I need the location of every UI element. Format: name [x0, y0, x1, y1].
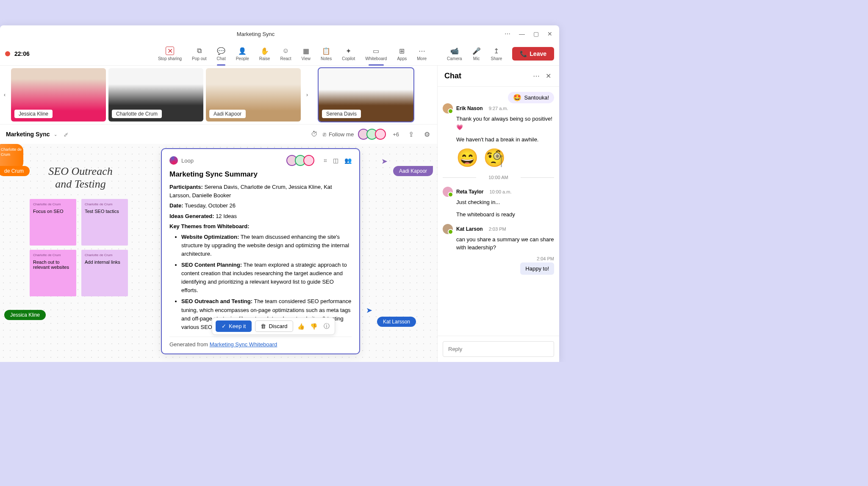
discard-button[interactable]: 🗑 Discard — [255, 320, 293, 332]
share-people-icon[interactable]: 👥 — [344, 157, 352, 164]
info-icon[interactable]: ⓘ — [322, 322, 331, 331]
minimize-icon[interactable]: — — [519, 30, 525, 37]
keep-button[interactable]: ✓ Keep it — [216, 320, 252, 332]
source-link[interactable]: Marketing Sync Whiteboard — [210, 341, 277, 348]
chat-close-icon[interactable]: ✕ — [544, 72, 552, 80]
sticky-note[interactable]: Charlotte de Crum Focus on SEO — [30, 199, 76, 246]
title-bar: Marketing Sync ⋯ — ▢ ✕ — [0, 25, 559, 42]
window-title: Marketing Sync — [7, 31, 505, 37]
cursor-icon: ➤ — [381, 157, 388, 166]
reply-box — [438, 336, 559, 362]
avatar — [443, 224, 453, 234]
sticky-note[interactable]: Charlotte de Crum Reach out to relevant … — [30, 250, 76, 296]
monocle-emoji-icon[interactable]: 🧐 — [483, 147, 505, 168]
tag-icon[interactable]: ⬰ — [61, 130, 70, 138]
leave-button[interactable]: 📞 Leave — [512, 47, 554, 61]
screen-icon: ⎚ — [323, 131, 326, 138]
video-tile-active[interactable]: Serena Davis — [319, 68, 413, 122]
mic-button[interactable]: 🎤 Mic — [468, 45, 485, 63]
raise-hand-icon: ✋ — [261, 47, 269, 55]
laugh-emoji-icon[interactable]: 😄 — [456, 147, 478, 168]
thumbs-down-icon[interactable]: 👎 — [309, 322, 319, 331]
people-icon: 👤 — [238, 47, 247, 55]
people-button[interactable]: 👤 People — [232, 45, 253, 63]
chat-panel: Chat ⋯ ✕ 🤩 Santouka! Erik Nason 9:27 a.m… — [437, 66, 559, 362]
chat-icon: 💬 — [217, 47, 225, 55]
loop-title: Marketing Sync Summary — [169, 170, 352, 179]
follow-me-button[interactable]: ⎚ Follow me — [323, 131, 354, 138]
video-tile[interactable]: Jessica Kline — [11, 68, 106, 122]
share-icon: ↥ — [492, 47, 501, 55]
themes-list: Website Optimization: The team discussed… — [181, 233, 352, 332]
video-tile[interactable]: Charlotte de Crum — [108, 68, 203, 122]
more-count[interactable]: +6 — [393, 131, 399, 138]
avatar — [375, 129, 386, 140]
loop-logo-icon — [169, 156, 178, 165]
share-button[interactable]: ↥ Share — [487, 45, 507, 63]
trash-icon: 🗑 — [261, 323, 266, 329]
react-button[interactable]: ☺ React — [276, 45, 295, 63]
doc-header: Marketing Sync ⌄ ⬰ ⏱ ⎚ Follow me +6 ⇪ ⚙ — [0, 124, 437, 144]
participant-name: Jessica Kline — [14, 110, 53, 118]
chevron-down-icon[interactable]: ⌄ — [54, 132, 57, 137]
avatar — [443, 187, 453, 197]
avatar-stack[interactable] — [361, 129, 386, 140]
popout-icon: ⧉ — [195, 47, 203, 55]
react-icon: ☺ — [281, 47, 290, 55]
participant-name: Serena Davis — [322, 110, 361, 118]
timer: 22:06 — [14, 50, 30, 57]
grid-icon[interactable]: ⌗ — [324, 157, 327, 164]
notes-icon: 📋 — [322, 47, 330, 55]
more-button[interactable]: ⋯ More — [413, 45, 431, 63]
stop-sharing-button[interactable]: ✕ Stop sharing — [154, 45, 186, 63]
more-icon[interactable]: ⋯ — [505, 30, 510, 37]
whiteboard-heading: SEO Outreach and Testing — [42, 165, 119, 191]
reaction-pill[interactable]: 🤩 Santouka! — [508, 92, 554, 103]
doc-title[interactable]: Marketing Sync — [6, 131, 50, 138]
generated-from: Generated from Marketing Sync Whiteboard — [169, 341, 352, 348]
prev-arrow-icon[interactable]: ‹ — [1, 86, 8, 103]
sticky-note[interactable]: Charlotte de Crum Test SEO tactics — [81, 199, 128, 246]
popout-button[interactable]: ⧉ Pop out — [188, 45, 211, 63]
reply-input[interactable] — [443, 341, 554, 357]
notes-button[interactable]: 📋 Notes — [316, 45, 336, 63]
cursor-tag: Kat Larsson — [377, 317, 416, 327]
avatar — [303, 155, 314, 166]
video-tile[interactable]: Aadi Kapoor — [206, 68, 301, 122]
copilot-button[interactable]: ✦ Copilot — [338, 45, 359, 63]
chat-more-icon[interactable]: ⋯ — [532, 72, 541, 80]
component-icon[interactable]: ◫ — [333, 157, 338, 164]
avatar — [443, 103, 453, 113]
apps-icon: ⊞ — [398, 47, 406, 55]
next-arrow-icon[interactable]: › — [303, 86, 311, 103]
timer-icon[interactable]: ⏱ — [310, 130, 319, 138]
cursor-tag: de Crum — [0, 166, 30, 176]
participant-name: Aadi Kapoor — [209, 110, 246, 118]
view-button[interactable]: ▦ View — [297, 45, 315, 63]
maximize-icon[interactable]: ▢ — [533, 30, 539, 37]
close-icon[interactable]: ✕ — [547, 30, 552, 37]
mic-icon: 🎤 — [472, 47, 481, 55]
sticky-note[interactable]: Charlotte de Crum Add internal links — [81, 250, 128, 296]
whiteboard-canvas[interactable]: SEO Outreach and Testing Charlotte de Cr… — [0, 144, 437, 362]
chat-button[interactable]: 💬 Chat — [213, 45, 230, 63]
participant-name: Charlotte de Crum — [112, 110, 162, 118]
more-icon: ⋯ — [418, 47, 426, 55]
starstruck-icon: 🤩 — [513, 94, 521, 102]
sticky-edge[interactable]: Charlotte de Crum — [0, 144, 23, 169]
copilot-icon: ✦ — [344, 47, 353, 55]
share-out-icon[interactable]: ⇪ — [407, 130, 415, 138]
app-window: Marketing Sync ⋯ — ▢ ✕ 22:06 ✕ Stop shar… — [0, 25, 559, 362]
cursor-tag: Aadi Kapoor — [393, 166, 433, 176]
recording-icon — [5, 51, 10, 56]
chat-message: Kat Larson 2:03 PM can you share a summa… — [443, 224, 554, 252]
chat-message: Reta Taylor 10:00 a.m. Just checking in.… — [443, 187, 554, 219]
thumbs-up-icon[interactable]: 👍 — [297, 322, 306, 331]
cursor-tag: Jessica Kline — [4, 310, 46, 320]
whiteboard-button[interactable]: ▭ Whiteboard — [361, 45, 391, 63]
settings-icon[interactable]: ⚙ — [423, 130, 431, 138]
chat-message: Erik Nason 9:27 a.m. Thank you for alway… — [443, 103, 554, 168]
apps-button[interactable]: ⊞ Apps — [393, 45, 411, 63]
raise-button[interactable]: ✋ Raise — [255, 45, 275, 63]
camera-button[interactable]: 📹 Camera — [443, 45, 466, 63]
